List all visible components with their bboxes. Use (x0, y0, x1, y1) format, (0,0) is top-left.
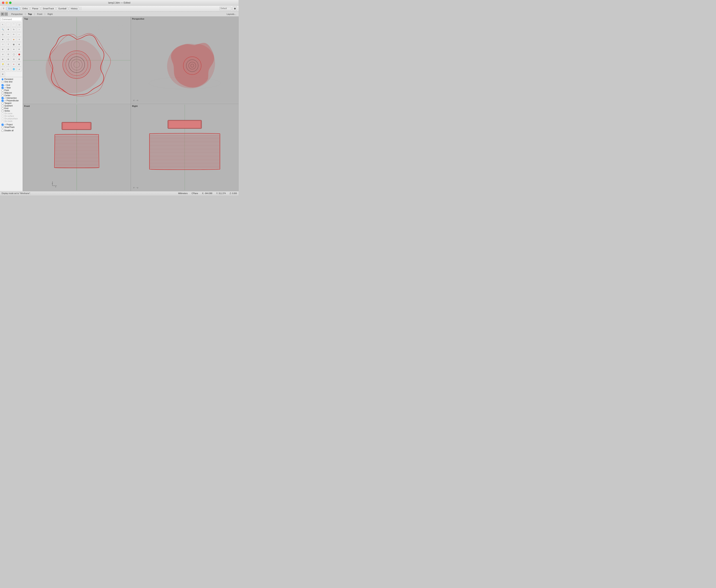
tool-cplane[interactable]: ⊿ (17, 67, 22, 71)
tool-surface[interactable]: ◻ (17, 22, 22, 27)
viewport-perspective[interactable]: Perspective x z (131, 17, 239, 104)
viewport-right[interactable]: Right (131, 104, 239, 191)
tool-curve[interactable]: ⌒ (12, 22, 16, 27)
tool-layer[interactable]: ⬤ (17, 52, 22, 57)
viewport-front[interactable]: Front (23, 104, 131, 191)
tool-solid[interactable]: ■ (0, 37, 5, 42)
snap-center[interactable]: Center (2, 94, 21, 97)
default-dropdown[interactable]: Default (219, 7, 232, 10)
tool-extra1[interactable]: ⊕ (0, 72, 5, 77)
tool-light[interactable]: 💡 (0, 62, 5, 67)
snap-onmesh[interactable]: On mesh (2, 120, 21, 123)
tool-snap[interactable]: ⊕ (0, 67, 5, 71)
snap-smarttrack[interactable]: SmartTrack (2, 126, 21, 128)
snap-onsurface[interactable]: On surface (2, 115, 21, 117)
layouts-button[interactable]: Layouts... (226, 13, 238, 15)
tab-perspective[interactable]: Perspective (9, 13, 25, 16)
snap-intersection[interactable]: ✓ Intersection (2, 97, 21, 99)
tool-color[interactable]: ● (12, 62, 16, 67)
snap-point[interactable]: Point (2, 89, 21, 91)
tool-mirror[interactable]: ⊟ (0, 32, 5, 37)
layout-toggle-right[interactable]: ▦ (233, 6, 237, 11)
ortho-button[interactable]: Ortho (21, 7, 30, 10)
tool-scale[interactable]: ↔ (17, 27, 22, 32)
smarttrack-button[interactable]: SmartTrack (41, 7, 56, 10)
tool-extend[interactable]: ⊢ (12, 32, 16, 37)
tool-text[interactable]: T (6, 42, 11, 47)
check-project[interactable] (2, 124, 4, 126)
tool-zoomsel[interactable]: ⊞ (6, 57, 11, 62)
check-vertex[interactable] (2, 110, 4, 112)
tool-mesh[interactable]: ⬡ (6, 37, 11, 42)
tool-fillet[interactable]: ⌐ (17, 32, 22, 37)
tool-gumball2[interactable]: ⊗ (0, 47, 5, 52)
command-input[interactable] (1, 18, 22, 21)
check-point[interactable] (2, 89, 4, 91)
check-end[interactable] (2, 84, 4, 86)
snap-tangent[interactable]: Tangent (2, 102, 21, 104)
radio-oneshot[interactable] (2, 81, 4, 83)
tab-top[interactable]: Top (26, 13, 34, 16)
snap-mode-oneshot[interactable]: One shot (2, 81, 21, 83)
check-knot[interactable] (2, 107, 4, 109)
check-perpendicular[interactable] (2, 100, 4, 102)
tool-dim[interactable]: ⌗ (0, 42, 5, 47)
tool-camera[interactable]: ◎ (6, 62, 11, 67)
tool-analyze[interactable]: ≡ (17, 37, 22, 42)
grid-icon[interactable]: ⊞ (1, 13, 4, 16)
snap-mode-persistent[interactable]: Persistent (2, 78, 21, 81)
snap-midpoint[interactable]: Midpoint (2, 91, 21, 94)
tool-world[interactable]: 🌐 (12, 67, 16, 71)
radio-persistent[interactable] (2, 78, 4, 80)
tab-front[interactable]: Front (35, 13, 44, 16)
snap-near[interactable]: ✓ Near (2, 86, 21, 89)
tool-zoom[interactable]: 🔍 (0, 27, 5, 32)
snap-oncurve[interactable]: On curve (2, 112, 21, 115)
snap-onpolysurface[interactable]: On polysurface (2, 117, 21, 120)
history-button[interactable]: History (69, 7, 79, 10)
tool-osnap[interactable]: ◇ (6, 67, 11, 71)
tool-group[interactable]: ◯ (12, 52, 16, 57)
snap-knot[interactable]: Knot (2, 107, 21, 110)
minimize-button[interactable] (5, 2, 8, 4)
snap-end[interactable]: ✓ End (2, 84, 21, 86)
planar-button[interactable]: Planar (30, 7, 40, 10)
check-disableall[interactable] (2, 130, 4, 132)
snap-vertex[interactable]: Vertex (2, 110, 21, 112)
tool-rotate3d[interactable]: ↻ (12, 27, 16, 32)
tool-cage[interactable]: ⊞ (6, 47, 11, 52)
tool-flow[interactable]: ≋ (12, 47, 16, 52)
check-intersection[interactable] (2, 97, 4, 99)
check-smarttrack[interactable] (2, 126, 4, 128)
tool-point[interactable]: · (6, 22, 11, 27)
single-view-icon[interactable]: □ (4, 13, 8, 16)
gumball-button[interactable]: Gumball (57, 7, 68, 10)
snap-perpendicular[interactable]: ✓ Perpendicular (2, 99, 21, 102)
viewport-top[interactable]: Top (23, 17, 131, 104)
check-near[interactable] (2, 87, 4, 89)
snap-quadrant[interactable]: Quadrant (2, 104, 21, 107)
tool-zoomwin[interactable]: ⊕ (0, 57, 5, 62)
tool-block[interactable]: ⊕ (17, 42, 22, 47)
tool-zoomall[interactable]: ⊟ (12, 57, 16, 62)
tool-select[interactable]: ↖ (0, 22, 5, 27)
check-quadrant[interactable] (2, 105, 4, 107)
snap-project[interactable]: ✓ Project (2, 123, 21, 126)
tool-render[interactable]: ◈ (12, 37, 16, 42)
tool-boolean[interactable]: ⊎ (0, 52, 5, 57)
tool-trim[interactable]: ✂ (6, 32, 11, 37)
snap-disableall[interactable]: Disable all (2, 129, 21, 132)
tool-zoomext[interactable]: ⊠ (17, 57, 22, 62)
tool-pan[interactable]: ✥ (6, 27, 11, 32)
sidebar-toggle-icon[interactable]: ☰ (2, 6, 5, 10)
tool-material[interactable]: ◐ (17, 62, 22, 67)
tool-hatch[interactable]: ▦ (12, 42, 16, 47)
check-tangent[interactable] (2, 102, 4, 104)
tab-right[interactable]: Right (46, 13, 55, 16)
tool-array[interactable]: ⊡ (6, 52, 11, 57)
check-center[interactable] (2, 94, 4, 97)
maximize-button[interactable] (9, 2, 12, 4)
gridsnap-button[interactable]: Grid Snap (6, 7, 20, 10)
tool-twist[interactable]: ⟳ (17, 47, 22, 52)
check-midpoint[interactable] (2, 92, 4, 94)
